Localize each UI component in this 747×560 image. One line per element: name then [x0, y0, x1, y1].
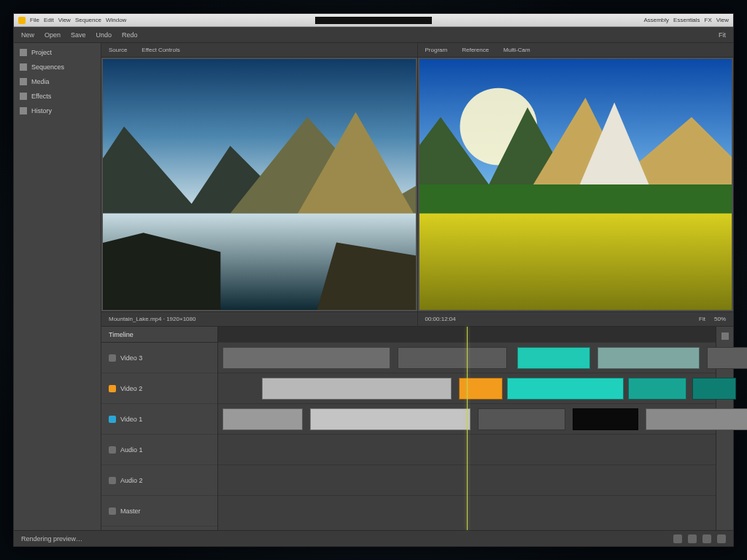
sidebar-item-media[interactable]: Media: [20, 78, 95, 85]
program-fit[interactable]: Fit: [699, 316, 705, 322]
timeline-clip[interactable]: [478, 408, 565, 430]
source-status-text: Mountain_Lake.mp4 · 1920×1080: [109, 316, 196, 322]
footer-settings-icon[interactable]: [703, 534, 711, 543]
track-head-v1[interactable]: Video 1: [101, 404, 217, 435]
tab-effect-controls[interactable]: Effect Controls: [142, 47, 179, 53]
workspace-essentials[interactable]: Essentials: [673, 17, 700, 23]
tool-open[interactable]: Open: [44, 31, 61, 39]
program-canvas[interactable]: [419, 59, 732, 310]
timeline-clip[interactable]: [707, 347, 747, 369]
fx-icon: [20, 93, 27, 100]
track-color-icon: [109, 354, 116, 362]
sidebar-item-effects[interactable]: Effects: [20, 93, 95, 100]
timeline-panel: Timeline Video 3 Video 2 Video 1 Audio 1…: [101, 326, 733, 530]
main-area: Project Sequences Media Effects History: [14, 43, 733, 530]
folder-icon: [20, 49, 27, 56]
track-head-a2[interactable]: Audio 2: [101, 465, 217, 496]
viewer-area: Source Effect Controls: [101, 43, 733, 530]
track-label: Audio 2: [120, 477, 143, 484]
status-bar: Rendering preview…: [14, 530, 733, 546]
source-canvas[interactable]: [103, 59, 416, 310]
program-viewer: Program Reference Multi-Cam: [418, 43, 734, 326]
image-icon: [20, 78, 27, 85]
sidebar-item-project[interactable]: Project: [20, 49, 95, 56]
app-window: File Edit View Sequence Window Assembly …: [13, 13, 734, 547]
tool-undo[interactable]: Undo: [96, 31, 112, 39]
track-color-icon: [109, 508, 116, 515]
track-label: Video 1: [120, 416, 142, 423]
status-text: Rendering preview…: [21, 535, 82, 542]
footer-help-icon[interactable]: [717, 534, 726, 543]
tab-source[interactable]: Source: [109, 47, 127, 53]
track-color-icon: [109, 477, 116, 484]
timeline-clip[interactable]: [222, 408, 303, 430]
program-zoom[interactable]: 50%: [714, 316, 726, 322]
tool-save[interactable]: Save: [71, 31, 86, 39]
program-time: 00:00:12:04: [425, 316, 456, 322]
tab-multicam[interactable]: Multi-Cam: [503, 47, 530, 53]
track-label: Video 3: [120, 354, 142, 362]
timeline-clip[interactable]: [222, 347, 390, 369]
source-status: Mountain_Lake.mp4 · 1920×1080: [101, 311, 417, 326]
menu-window[interactable]: Window: [106, 17, 126, 23]
sidebar-item-history[interactable]: History: [20, 107, 95, 114]
track-label: Audio 1: [120, 446, 143, 454]
timeline-clip[interactable]: [398, 347, 507, 369]
tool-fit[interactable]: Fit: [719, 31, 726, 39]
source-viewer: Source Effect Controls: [101, 43, 418, 326]
menu-edit[interactable]: Edit: [44, 17, 54, 23]
timeline-clip[interactable]: [692, 378, 736, 400]
track-head-v3[interactable]: Video 3: [101, 343, 217, 373]
footer-notify-icon[interactable]: [688, 534, 697, 543]
toolbar: New Open Save Undo Redo Fit: [14, 27, 733, 43]
sidebar-item-label: Project: [31, 49, 52, 56]
clock-icon: [20, 107, 27, 114]
film-icon: [20, 63, 27, 71]
sidebar-item-label: Media: [31, 78, 50, 85]
timeline-clip[interactable]: [517, 347, 590, 369]
timeline-title: Timeline: [101, 327, 217, 343]
sidebar-item-label: Sequences: [31, 63, 64, 71]
timeline-clip[interactable]: [310, 408, 471, 430]
playhead[interactable]: [467, 327, 468, 530]
track-head-v2[interactable]: Video 2: [101, 373, 217, 404]
program-status: 00:00:12:04 Fit 50%: [418, 311, 734, 326]
footer-chat-icon[interactable]: [673, 534, 682, 543]
track-label: Master: [120, 508, 141, 515]
track-head-master[interactable]: Master: [101, 496, 217, 526]
tool-new[interactable]: New: [21, 31, 34, 39]
track-head-a1[interactable]: Audio 1: [101, 435, 217, 465]
sidebar-item-sequences[interactable]: Sequences: [20, 63, 95, 71]
track-color-icon: [109, 446, 116, 454]
app-icon: [18, 17, 26, 24]
timeline-clip[interactable]: [459, 378, 503, 400]
title-center-pill: [315, 17, 432, 24]
svg-rect-13: [419, 214, 732, 310]
menu-view[interactable]: View: [58, 17, 71, 23]
timeline-clip[interactable]: [628, 378, 686, 400]
track-color-icon: [109, 385, 116, 392]
program-tabs: Program Reference Multi-Cam: [418, 43, 734, 58]
source-tabs: Source Effect Controls: [101, 43, 417, 58]
timeline-clip[interactable]: [507, 378, 624, 400]
track-header-column: Timeline Video 3 Video 2 Video 1 Audio 1…: [101, 327, 218, 530]
titlebar: File Edit View Sequence Window Assembly …: [14, 14, 733, 27]
track-color-icon: [109, 416, 116, 423]
track-label: Video 2: [120, 385, 142, 392]
tab-reference[interactable]: Reference: [462, 47, 489, 53]
sidebar-item-label: History: [31, 107, 52, 114]
workspace-fx[interactable]: FX: [705, 17, 712, 23]
timeline-clip[interactable]: [597, 347, 700, 369]
workspace-assembly[interactable]: Assembly: [643, 17, 669, 23]
tab-program[interactable]: Program: [425, 47, 448, 53]
menu-sequence[interactable]: Sequence: [75, 17, 101, 23]
snap-icon[interactable]: [721, 332, 729, 340]
menu-file[interactable]: File: [30, 17, 39, 23]
timeline-clip[interactable]: [262, 378, 452, 400]
timeline-tracks[interactable]: [218, 327, 716, 530]
timeline-clip[interactable]: [646, 408, 747, 430]
tool-redo[interactable]: Redo: [122, 31, 138, 39]
workspace-view[interactable]: View: [716, 17, 729, 23]
sidebar-item-label: Effects: [31, 93, 51, 100]
timeline-clip[interactable]: [573, 408, 638, 430]
